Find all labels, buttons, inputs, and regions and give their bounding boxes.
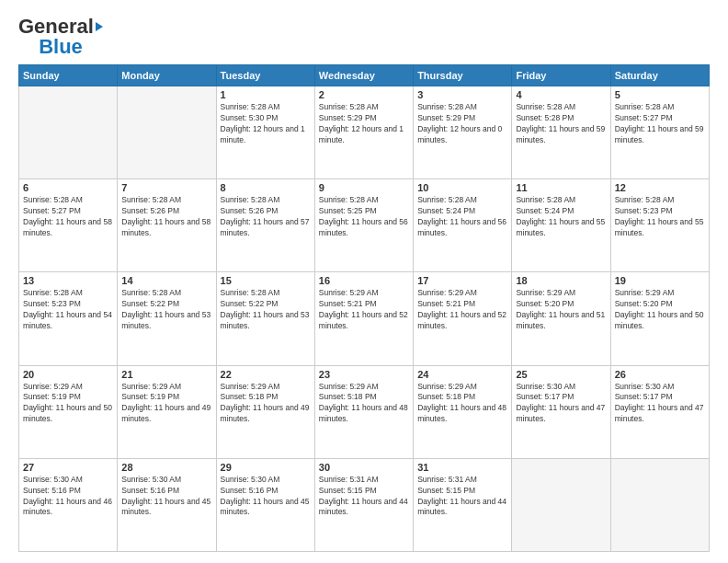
cell-info: Sunrise: 5:28 AMSunset: 5:22 PMDaylight:… (121, 288, 211, 332)
day-number: 15 (221, 275, 311, 286)
day-number: 9 (319, 182, 409, 193)
cell-info: Sunrise: 5:30 AMSunset: 5:17 PMDaylight:… (516, 382, 606, 426)
calendar-cell: 2Sunrise: 5:28 AMSunset: 5:29 PMDaylight… (314, 86, 413, 179)
day-number: 5 (615, 89, 705, 100)
col-header-thursday: Thursday (414, 65, 512, 86)
calendar-cell (118, 86, 216, 179)
calendar-cell: 23Sunrise: 5:29 AMSunset: 5:18 PMDayligh… (314, 365, 413, 458)
calendar-cell: 3Sunrise: 5:28 AMSunset: 5:29 PMDaylight… (414, 86, 512, 179)
calendar-cell: 14Sunrise: 5:28 AMSunset: 5:22 PMDayligh… (118, 272, 216, 365)
calendar-cell: 9Sunrise: 5:28 AMSunset: 5:25 PMDaylight… (314, 179, 413, 272)
cell-info: Sunrise: 5:30 AMSunset: 5:17 PMDaylight:… (615, 382, 705, 426)
calendar-cell: 29Sunrise: 5:30 AMSunset: 5:16 PMDayligh… (216, 458, 314, 551)
cell-info: Sunrise: 5:28 AMSunset: 5:26 PMDaylight:… (121, 195, 211, 239)
cell-info: Sunrise: 5:28 AMSunset: 5:29 PMDaylight:… (319, 102, 409, 146)
calendar-cell (610, 458, 709, 551)
calendar-table: SundayMondayTuesdayWednesdayThursdayFrid… (18, 64, 710, 552)
day-number: 13 (23, 275, 113, 286)
calendar-cell: 4Sunrise: 5:28 AMSunset: 5:28 PMDaylight… (512, 86, 610, 179)
cell-info: Sunrise: 5:31 AMSunset: 5:15 PMDaylight:… (417, 475, 507, 519)
calendar-cell: 27Sunrise: 5:30 AMSunset: 5:16 PMDayligh… (19, 458, 118, 551)
calendar-cell: 28Sunrise: 5:30 AMSunset: 5:16 PMDayligh… (118, 458, 216, 551)
calendar-cell: 1Sunrise: 5:28 AMSunset: 5:30 PMDaylight… (216, 86, 314, 179)
calendar-cell: 30Sunrise: 5:31 AMSunset: 5:15 PMDayligh… (314, 458, 413, 551)
calendar-cell: 18Sunrise: 5:29 AMSunset: 5:20 PMDayligh… (512, 272, 610, 365)
cell-info: Sunrise: 5:29 AMSunset: 5:18 PMDaylight:… (319, 382, 409, 426)
calendar-cell: 15Sunrise: 5:28 AMSunset: 5:22 PMDayligh… (216, 272, 314, 365)
calendar-cell (19, 86, 118, 179)
calendar-cell: 8Sunrise: 5:28 AMSunset: 5:26 PMDaylight… (216, 179, 314, 272)
day-number: 10 (417, 182, 507, 193)
col-header-tuesday: Tuesday (216, 65, 314, 86)
day-number: 23 (319, 369, 409, 380)
cell-info: Sunrise: 5:30 AMSunset: 5:16 PMDaylight:… (121, 475, 211, 519)
day-number: 1 (221, 89, 311, 100)
calendar-cell: 22Sunrise: 5:29 AMSunset: 5:18 PMDayligh… (216, 365, 314, 458)
day-number: 21 (121, 369, 211, 380)
cell-info: Sunrise: 5:29 AMSunset: 5:20 PMDaylight:… (516, 288, 606, 332)
day-number: 30 (319, 462, 409, 473)
day-number: 29 (221, 462, 311, 473)
calendar-cell: 6Sunrise: 5:28 AMSunset: 5:27 PMDaylight… (19, 179, 118, 272)
day-number: 6 (23, 182, 113, 193)
cell-info: Sunrise: 5:30 AMSunset: 5:16 PMDaylight:… (23, 475, 113, 519)
col-header-friday: Friday (512, 65, 610, 86)
day-number: 18 (516, 275, 606, 286)
cell-info: Sunrise: 5:30 AMSunset: 5:16 PMDaylight:… (221, 475, 311, 519)
calendar-cell: 13Sunrise: 5:28 AMSunset: 5:23 PMDayligh… (19, 272, 118, 365)
week-row-5: 27Sunrise: 5:30 AMSunset: 5:16 PMDayligh… (19, 458, 710, 551)
week-row-3: 13Sunrise: 5:28 AMSunset: 5:23 PMDayligh… (19, 272, 710, 365)
col-header-sunday: Sunday (19, 65, 118, 86)
day-number: 25 (516, 369, 606, 380)
day-number: 4 (516, 89, 606, 100)
calendar-cell: 21Sunrise: 5:29 AMSunset: 5:19 PMDayligh… (118, 365, 216, 458)
cell-info: Sunrise: 5:28 AMSunset: 5:22 PMDaylight:… (221, 288, 311, 332)
cell-info: Sunrise: 5:28 AMSunset: 5:27 PMDaylight:… (23, 195, 113, 239)
day-number: 7 (121, 182, 211, 193)
day-number: 24 (417, 369, 507, 380)
calendar-cell: 25Sunrise: 5:30 AMSunset: 5:17 PMDayligh… (512, 365, 610, 458)
day-number: 12 (615, 182, 705, 193)
calendar-cell: 20Sunrise: 5:29 AMSunset: 5:19 PMDayligh… (19, 365, 118, 458)
week-row-1: 1Sunrise: 5:28 AMSunset: 5:30 PMDaylight… (19, 86, 710, 179)
cell-info: Sunrise: 5:31 AMSunset: 5:15 PMDaylight:… (319, 475, 409, 519)
cell-info: Sunrise: 5:29 AMSunset: 5:20 PMDaylight:… (615, 288, 705, 332)
col-header-monday: Monday (118, 65, 216, 86)
day-number: 28 (121, 462, 211, 473)
calendar-cell: 19Sunrise: 5:29 AMSunset: 5:20 PMDayligh… (610, 272, 709, 365)
cell-info: Sunrise: 5:28 AMSunset: 5:24 PMDaylight:… (516, 195, 606, 239)
logo-text-blue: Blue (39, 37, 83, 57)
col-header-wednesday: Wednesday (314, 65, 413, 86)
logo-flag-icon (96, 22, 103, 31)
calendar-cell: 5Sunrise: 5:28 AMSunset: 5:27 PMDaylight… (610, 86, 709, 179)
cell-info: Sunrise: 5:29 AMSunset: 5:19 PMDaylight:… (121, 382, 211, 426)
cell-info: Sunrise: 5:29 AMSunset: 5:18 PMDaylight:… (221, 382, 311, 426)
cell-info: Sunrise: 5:28 AMSunset: 5:30 PMDaylight:… (221, 102, 311, 146)
day-number: 8 (221, 182, 311, 193)
header: General Blue (18, 17, 710, 57)
cell-info: Sunrise: 5:28 AMSunset: 5:23 PMDaylight:… (23, 288, 113, 332)
cell-info: Sunrise: 5:28 AMSunset: 5:27 PMDaylight:… (615, 102, 705, 146)
calendar-header-row: SundayMondayTuesdayWednesdayThursdayFrid… (19, 65, 710, 86)
day-number: 2 (319, 89, 409, 100)
day-number: 11 (516, 182, 606, 193)
cell-info: Sunrise: 5:29 AMSunset: 5:18 PMDaylight:… (417, 382, 507, 426)
col-header-saturday: Saturday (610, 65, 709, 86)
cell-info: Sunrise: 5:28 AMSunset: 5:25 PMDaylight:… (319, 195, 409, 239)
calendar-cell: 7Sunrise: 5:28 AMSunset: 5:26 PMDaylight… (118, 179, 216, 272)
cell-info: Sunrise: 5:29 AMSunset: 5:21 PMDaylight:… (319, 288, 409, 332)
logo: General Blue (18, 17, 103, 57)
calendar-cell: 31Sunrise: 5:31 AMSunset: 5:15 PMDayligh… (414, 458, 512, 551)
day-number: 31 (417, 462, 507, 473)
calendar-cell: 26Sunrise: 5:30 AMSunset: 5:17 PMDayligh… (610, 365, 709, 458)
cell-info: Sunrise: 5:28 AMSunset: 5:23 PMDaylight:… (615, 195, 705, 239)
logo-text-general: General (18, 17, 94, 37)
day-number: 27 (23, 462, 113, 473)
cell-info: Sunrise: 5:28 AMSunset: 5:26 PMDaylight:… (221, 195, 311, 239)
day-number: 16 (319, 275, 409, 286)
calendar-cell (512, 458, 610, 551)
cell-info: Sunrise: 5:28 AMSunset: 5:24 PMDaylight:… (417, 195, 507, 239)
week-row-2: 6Sunrise: 5:28 AMSunset: 5:27 PMDaylight… (19, 179, 710, 272)
calendar-cell: 16Sunrise: 5:29 AMSunset: 5:21 PMDayligh… (314, 272, 413, 365)
cell-info: Sunrise: 5:29 AMSunset: 5:21 PMDaylight:… (417, 288, 507, 332)
